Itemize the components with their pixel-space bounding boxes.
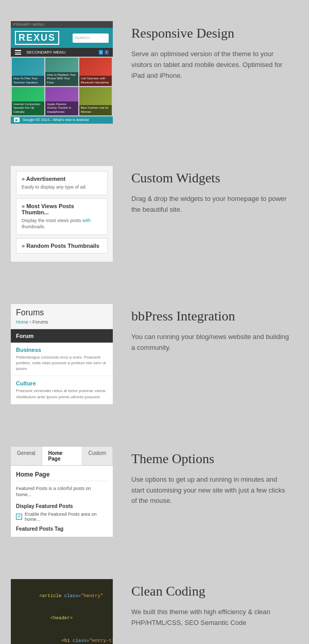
code-attr-class-2: class= <box>73 638 89 643</box>
code-line-2: <header> <box>17 607 107 630</box>
options-tag-label: Featured Posts Tag <box>16 526 108 532</box>
code-string-hentry: "hentry" <box>81 594 103 599</box>
code-block: <article class="hentry" <header> <h1 cla… <box>11 579 113 644</box>
widget-most-views: Most Views Posts Thumbn... Display the m… <box>16 198 108 235</box>
card-2: How to Replace Your Phone With Your Face <box>45 58 78 86</box>
bbpress-breadcrumb: Home › Forums <box>16 319 108 325</box>
bbpress-topic-culture-title: Culture <box>16 380 108 386</box>
card-4: Internet Connection Speeds Are Up Global… <box>12 87 44 115</box>
card-1-text: How To Plan Your Summer Vacation <box>12 76 44 86</box>
widget-ad-desc: Easily to display any type of ad. <box>22 184 102 191</box>
rexus-ticker: ▶ Google I/O 2014 – What's new in Androi… <box>11 116 113 124</box>
options-section-title: Home Page <box>16 471 108 481</box>
bbpress-header-area: Forums Home › Forums <box>11 304 113 329</box>
rexus-header: REXUS SEARCH <box>11 28 113 48</box>
card-4-text: Internet Connection Speeds Are Up Global… <box>12 101 44 115</box>
widget-random-title: Random Posts Thumbnails <box>22 243 102 249</box>
checkbox-label: Enable the Featured Posts area on home..… <box>25 512 108 522</box>
facebook-icon: f <box>105 50 109 55</box>
tab-homepage[interactable]: Home Page <box>42 447 82 465</box>
hamburger-icon <box>15 50 21 55</box>
tabs-bar: General Home Page Custom <box>11 447 113 466</box>
breadcrumb-current: Forums <box>32 319 48 325</box>
rexus-logo: REXUS <box>15 31 59 45</box>
card-5-text: Apple Patents Activity Tracker in Headph… <box>45 101 78 115</box>
clean-coding-title: Clean Coding <box>131 584 291 599</box>
section-theme-options: General Home Page Custom Home Page Featu… <box>0 426 309 558</box>
bbpress-topic-business: Business Pellentesque commodo eros a eni… <box>11 343 113 377</box>
widget-random: Random Posts Thumbnails <box>16 238 108 253</box>
ticker-text: Google I/O 2014 – What's new in Android <box>23 118 89 122</box>
section-clean-coding: <article class="hentry" <header> <h1 cla… <box>0 558 309 644</box>
card-6-text: Blue Fashion Hat for Women <box>79 105 112 115</box>
bbpress-title: bbPress Integration <box>131 309 291 324</box>
code-preview-panel: <article class="hentry" <header> <h1 cla… <box>10 579 113 644</box>
section-responsive-design: PRIMARY MENU REXUS SEARCH SECONDARY MENU… <box>0 0 309 145</box>
tab-custom[interactable]: Custom <box>82 447 113 465</box>
rexus-card-grid: How To Plan Your Summer Vacation How to … <box>11 57 113 116</box>
card-1: How To Plan Your Summer Vacation <box>12 58 44 86</box>
bbpress-topic-business-desc: Pellentesque commodo eros a enim. Praese… <box>16 354 108 372</box>
options-checkbox-row: Enable the Featured Posts area on home..… <box>16 512 108 522</box>
bbpress-heading: Forums <box>16 308 108 317</box>
widgets-title: Custom Widgets <box>131 171 291 186</box>
twitter-icon: t <box>99 50 103 55</box>
card-3: Call Operator with Bluetooth Handsfree <box>79 58 112 86</box>
widgets-text-panel: Custom Widgets Drag & drop the widgets t… <box>124 165 299 221</box>
bbpress-topic-culture-desc: Praesent venenatis netus at tortor pulvi… <box>16 388 108 399</box>
code-string-entry: "entry-ti... <box>89 638 113 643</box>
code-indent-3 <box>39 638 61 643</box>
theme-options-text-panel: Theme Options Use options to get up and … <box>124 446 299 512</box>
bbpress-description: You can running your blog/news website a… <box>131 332 291 353</box>
widget-ad: Advertisement Easily to display any type… <box>16 171 108 195</box>
ticker-icon: ▶ <box>14 117 20 122</box>
card-3-text: Call Operator with Bluetooth Handsfree <box>79 76 112 86</box>
bbpress-text-panel: bbPress Integration You can running your… <box>124 303 299 359</box>
rexus-search: SEARCH <box>73 33 109 43</box>
section-custom-widgets: Advertisement Easily to display any type… <box>0 145 309 283</box>
responsive-preview-panel: PRIMARY MENU REXUS SEARCH SECONDARY MENU… <box>10 21 113 124</box>
card-2-text: How to Replace Your Phone With Your Face <box>45 72 78 86</box>
code-attr-class: class= <box>64 594 81 599</box>
widget-ad-title: Advertisement <box>22 176 102 182</box>
bbpress-topic-culture: Culture Praesent venenatis netus at tort… <box>11 376 113 404</box>
code-indent-2 <box>39 616 50 621</box>
rexus-topbar: PRIMARY MENU <box>11 21 113 28</box>
bbpress-forum-header: Forum <box>11 329 113 343</box>
rexus-nav: SECONDARY MENU t f <box>11 48 113 57</box>
social-icons: t f <box>99 50 109 55</box>
theme-options-preview-panel: General Home Page Custom Home Page Featu… <box>10 446 113 537</box>
with-link[interactable]: with <box>82 218 91 223</box>
options-section-desc: Featured Posts is a colorful posts on ho… <box>16 485 108 498</box>
breadcrumb-home-link[interactable]: Home <box>16 319 28 325</box>
clean-coding-text-panel: Clean Coding We built this theme with hi… <box>124 579 299 634</box>
code-tag-h1: <h1 <box>61 638 73 643</box>
widget-most-views-title: Most Views Posts Thumbn... <box>22 203 102 215</box>
widgets-preview-panel: Advertisement Easily to display any type… <box>10 165 113 262</box>
responsive-text-panel: Responsive Design Serve an optimised ver… <box>124 21 299 86</box>
clean-coding-description: We built this theme with high efficiency… <box>131 607 291 629</box>
section-bbpress: Forums Home › Forums Forum Business Pell… <box>0 283 309 426</box>
card-6: Blue Fashion Hat for Women <box>79 87 112 115</box>
featured-posts-checkbox[interactable] <box>16 514 22 520</box>
theme-options-title: Theme Options <box>131 451 291 467</box>
nav-label: SECONDARY MENU <box>26 50 65 55</box>
bbpress-topic-business-title: Business <box>16 347 108 353</box>
card-5: Apple Patents Activity Tracker in Headph… <box>45 87 78 115</box>
code-line-3: <h1 class="entry-ti... <box>17 630 107 644</box>
theme-options-description: Use options to get up and running in min… <box>131 474 291 506</box>
options-content: Home Page Featured Posts is a colorful p… <box>11 466 113 537</box>
widgets-description: Drag & drop the widgets to your homepage… <box>131 194 291 215</box>
widget-most-views-desc: Display the most views posts with thumbn… <box>22 217 102 230</box>
options-field-label: Display Featured Posts <box>16 503 108 509</box>
bbpress-preview-panel: Forums Home › Forums Forum Business Pell… <box>10 303 113 405</box>
responsive-description: Serve an optimised version of the theme … <box>131 49 291 81</box>
code-tag-header: <header> <box>50 616 73 621</box>
code-line-1: <article class="hentry" <box>17 585 107 607</box>
tab-general[interactable]: General <box>11 447 42 465</box>
responsive-title: Responsive Design <box>131 26 291 41</box>
code-tag-article: <article <box>39 594 64 599</box>
search-text: SEARCH <box>75 36 90 40</box>
